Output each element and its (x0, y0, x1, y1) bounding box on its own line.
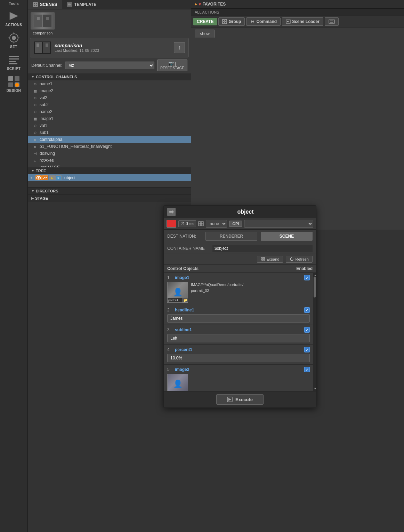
show-tab-area: show (191, 27, 404, 38)
co-item1-thumb-wrapper: portrait_... 📁 (167, 282, 188, 303)
co-item3-header: 3 subline1 (167, 327, 310, 333)
destination-scene-button[interactable]: SCENE (261, 232, 313, 241)
channel-name-val1: val1 (40, 123, 47, 128)
co-item5-checkbox[interactable] (304, 367, 310, 372)
sidebar-item-actions[interactable]: ACTIONS (2, 8, 26, 29)
tree-header[interactable]: ▼ TREE (28, 167, 191, 174)
co-item3-checkbox[interactable] (304, 327, 310, 333)
tab-template[interactable]: TEMPLATE (62, 0, 101, 9)
expand-button[interactable]: Expand (257, 256, 283, 263)
channel-item-controlalpha[interactable]: π controlalpha (28, 136, 191, 143)
scene-loader-label: Scene Loader (292, 19, 320, 24)
channel-item-val2[interactable]: ⊙ val2 (28, 94, 191, 101)
sidebar-item-design[interactable]: DESIGN (2, 73, 26, 95)
tree-expand-object: ▼ (30, 176, 34, 180)
command-button[interactable]: Command (246, 17, 281, 26)
svg-rect-54 (225, 19, 227, 21)
template-tab-label: TEMPLATE (74, 2, 96, 7)
channel-item-sub1[interactable]: ⊙ sub1 (28, 129, 191, 136)
channel-item-doswing[interactable]: ⊣ doswing (28, 150, 191, 157)
channel-item-name2[interactable]: ⊙ name2 (28, 108, 191, 115)
scene-info-thumbnail (34, 41, 51, 54)
dialog-scrollbar[interactable]: ▲ ▼ (313, 273, 316, 391)
object-type-icon: O (55, 175, 62, 180)
group-label: Group (228, 19, 241, 24)
dialog-header: object (164, 206, 316, 218)
co-item4-checkbox[interactable] (304, 347, 310, 352)
stage-header[interactable]: ▶ STAGE (28, 195, 191, 202)
action-toolbar: CREATE Group Command (191, 16, 404, 27)
container-name-input[interactable] (212, 245, 313, 252)
object-dialog: object ⏱ 0 ms none GPI DESTINATION: REND… (163, 205, 316, 408)
dialog-menu-icon[interactable] (167, 208, 176, 216)
channel-item-val1[interactable]: ⊙ val1 (28, 122, 191, 129)
svg-rect-17 (34, 3, 35, 4)
channel-item-imgimage[interactable]: imgIMAGE (28, 164, 191, 167)
portrait-image-2 (168, 374, 188, 391)
refresh-icon (290, 257, 294, 261)
time-value[interactable]: 0 (186, 221, 188, 226)
create-button[interactable]: CREATE (193, 18, 217, 25)
show-tab[interactable]: show (195, 30, 215, 38)
favorites-header: ▶ ♥ FAVORITES (191, 0, 404, 9)
tools-label: Tools (9, 1, 19, 6)
execute-bar: Execute (164, 391, 316, 407)
dialog-scrollbar-thumb[interactable] (314, 277, 316, 297)
co-item2-checkbox[interactable] (304, 307, 310, 313)
design-icon (7, 76, 21, 88)
directors-header[interactable]: ▼ DIRECTORS (28, 188, 191, 194)
channel-item-p1func[interactable]: π p1_FUNCTION_Heartbeat_finalWeight (28, 143, 191, 150)
svg-rect-66 (199, 224, 201, 226)
channel-name-rotaxes: rotAxes (40, 158, 54, 163)
channel-item-image2[interactable]: ▦ image2 (28, 87, 191, 94)
svg-rect-31 (37, 43, 39, 47)
co-item5-thumbnail[interactable] (167, 374, 188, 391)
color-swatch[interactable] (167, 220, 176, 228)
svg-rect-32 (46, 43, 48, 47)
co-item2-input[interactable] (167, 314, 310, 323)
scene-loader-button[interactable]: Scene Loader (282, 17, 323, 26)
image-type-icon2: ▦ (33, 116, 38, 121)
scroll-up-arrow[interactable]: ▲ (314, 273, 317, 277)
refresh-button[interactable]: Refresh (286, 256, 313, 263)
control-channels-header[interactable]: ▼ CONTROL CHANNELS (28, 73, 191, 80)
svg-rect-68 (261, 257, 262, 259)
graph-icon-object (42, 175, 48, 180)
group-button[interactable]: Group (218, 17, 245, 26)
co-item4-input[interactable] (167, 354, 310, 362)
channel-name-doswing: doswing (40, 151, 55, 156)
tree-item-object[interactable]: ▼ A O object (28, 174, 191, 181)
channel-item-sub2[interactable]: ⊙ sub2 (28, 101, 191, 108)
co-item3-num: 3 (167, 327, 173, 332)
more-button[interactable] (325, 17, 339, 26)
sidebar-item-script[interactable]: SCRIPT (2, 51, 26, 73)
execute-button[interactable]: Execute (216, 394, 264, 405)
channel-item-rotaxes[interactable]: □ rotAxes (28, 157, 191, 164)
channel-select[interactable]: viz (65, 62, 154, 69)
scroll-down-arrow[interactable]: ▼ (314, 387, 317, 390)
control-channels-label: CONTROL CHANNELS (36, 75, 77, 79)
favorites-arrow-icon: ▶ (195, 2, 197, 6)
svg-point-15 (15, 83, 19, 87)
tree-list: ▼ A O object (28, 174, 191, 181)
svg-rect-67 (201, 224, 203, 226)
upload-button[interactable]: ↑ (174, 42, 185, 53)
channel-item-image1[interactable]: ▦ image1 (28, 115, 191, 122)
co-item1-checkbox[interactable] (304, 275, 310, 280)
reset-stage-button[interactable]: 📷 | RESET STAGE (157, 59, 187, 71)
channel-item-name1[interactable]: ⊙ name1 (28, 80, 191, 87)
folder-icon[interactable]: 📁 (183, 298, 188, 303)
scenes-panel: SCENES TEMPLATE (28, 0, 191, 230)
co-list: 1 image1 portrait_... 📁 IMAGE*/nQuadD (164, 273, 313, 391)
text-type-icon3: ⊙ (33, 102, 38, 107)
scene-thumbnail-container: comparison (31, 12, 55, 35)
destination-renderer-button[interactable]: RENDERER (205, 232, 257, 241)
grid-select[interactable]: none (206, 220, 227, 228)
tab-scenes[interactable]: SCENES (28, 0, 62, 9)
sidebar-item-set[interactable]: SET (2, 30, 26, 51)
gpi-button[interactable]: GPI (229, 221, 242, 227)
co-item3-input[interactable] (167, 334, 310, 342)
gpi-dropdown[interactable] (244, 220, 313, 228)
object-icons: A O (35, 175, 62, 180)
scene-thumbnail[interactable] (31, 12, 55, 30)
